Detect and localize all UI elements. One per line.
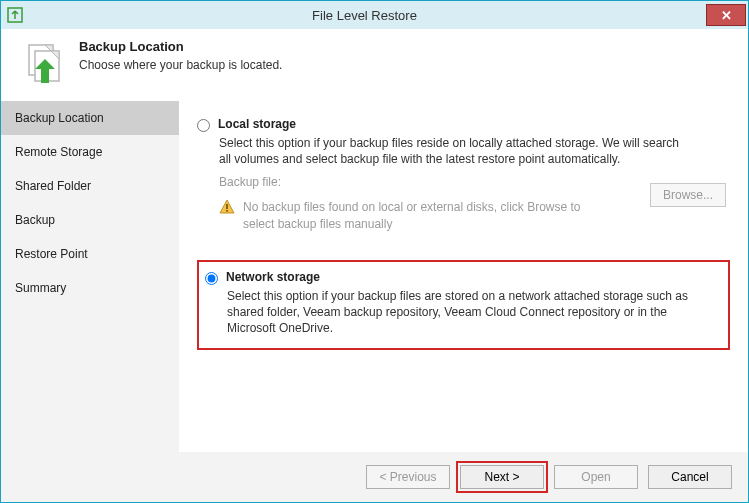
open-button[interactable]: Open — [554, 465, 638, 489]
radio-network-storage[interactable]: Network storage — [205, 270, 718, 285]
sidebar: Backup Location Remote Storage Shared Fo… — [1, 101, 179, 452]
svg-rect-6 — [226, 204, 228, 209]
option-local-storage: Local storage Select this option if your… — [197, 117, 730, 232]
local-storage-desc: Select this option if your backup files … — [219, 135, 689, 167]
radio-network-label: Network storage — [226, 270, 320, 284]
page-header: Backup Location Choose where your backup… — [1, 29, 748, 101]
previous-button[interactable]: < Previous — [366, 465, 450, 489]
network-storage-desc: Select this option if your backup files … — [227, 288, 697, 337]
cancel-button[interactable]: Cancel — [648, 465, 732, 489]
radio-network-input[interactable] — [205, 272, 218, 285]
next-button[interactable]: Next > — [460, 465, 544, 489]
titlebar: File Level Restore ✕ — [1, 1, 748, 29]
page-subtitle: Choose where your backup is located. — [79, 58, 282, 72]
sidebar-item-restore-point[interactable]: Restore Point — [1, 237, 179, 271]
window: File Level Restore ✕ Backup Location Cho… — [0, 0, 749, 503]
window-title: File Level Restore — [23, 8, 706, 23]
sidebar-item-summary[interactable]: Summary — [1, 271, 179, 305]
sidebar-item-backup[interactable]: Backup — [1, 203, 179, 237]
page-title: Backup Location — [79, 39, 282, 54]
option-network-storage: Network storage Select this option if yo… — [197, 260, 730, 351]
browse-button[interactable]: Browse... — [650, 183, 726, 207]
sidebar-item-remote-storage[interactable]: Remote Storage — [1, 135, 179, 169]
radio-local-label: Local storage — [218, 117, 296, 131]
close-button[interactable]: ✕ — [706, 4, 746, 26]
warning-icon — [219, 199, 235, 215]
content-panel: Local storage Select this option if your… — [179, 101, 748, 452]
sidebar-item-backup-location[interactable]: Backup Location — [1, 101, 179, 135]
sidebar-item-shared-folder[interactable]: Shared Folder — [1, 169, 179, 203]
header-icon — [21, 39, 69, 87]
app-icon — [7, 7, 23, 23]
wizard-body: Backup Location Remote Storage Shared Fo… — [1, 101, 748, 452]
svg-rect-7 — [226, 210, 228, 212]
footer: < Previous Next > Open Cancel — [1, 452, 748, 502]
radio-local-input[interactable] — [197, 119, 210, 132]
header-text: Backup Location Choose where your backup… — [79, 39, 282, 72]
warning-text: No backup files found on local or extern… — [243, 199, 603, 231]
radio-local-storage[interactable]: Local storage — [197, 117, 730, 132]
